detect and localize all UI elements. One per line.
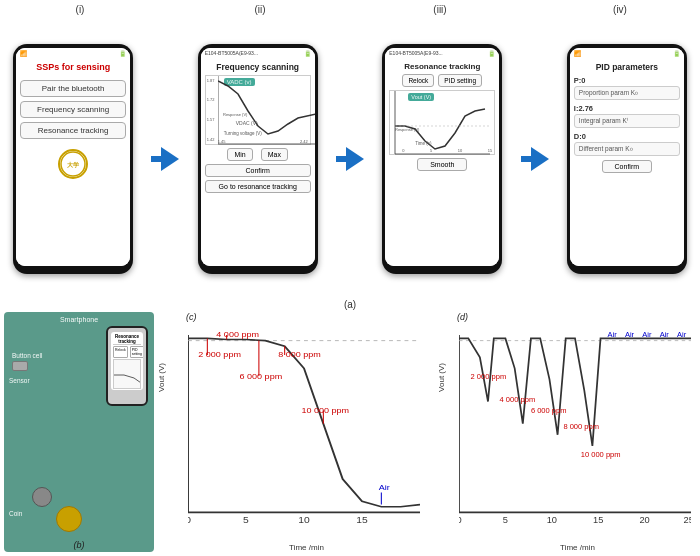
phone-2-xaxis: 1.452.42 xyxy=(218,139,308,144)
label-iv: (iv) xyxy=(560,4,680,15)
phone-1-status: 📶🔋 xyxy=(16,48,130,58)
phone-2-title: Frequency scanning xyxy=(205,62,311,72)
phone-3-content: Resonance tracking Relock PID setting Re… xyxy=(385,58,499,266)
svg-text:2 000 ppm: 2 000 ppm xyxy=(471,372,507,381)
svg-text:8 000 ppm: 8 000 ppm xyxy=(563,422,599,431)
panel-c: (c) Vout (V) 0 -0.01 -0.03 xyxy=(158,312,425,552)
svg-text:10: 10 xyxy=(547,515,557,523)
phone-3-status: E104-BT5005A(E9-93... 🔋 xyxy=(385,48,499,58)
phone-1: 📶🔋 SSPs for sensing Pair the bluetooth F… xyxy=(13,44,133,274)
phone-3-frame: E104-BT5005A(E9-93... 🔋 Resonance tracki… xyxy=(382,44,502,274)
label-i: (i) xyxy=(20,4,140,15)
phone-1-btn2[interactable]: Frequency scanning xyxy=(20,101,126,118)
phone-1-frame: 📶🔋 SSPs for sensing Pair the bluetooth F… xyxy=(13,44,133,274)
svg-text:0: 0 xyxy=(188,515,191,523)
label-iii: (iii) xyxy=(380,4,500,15)
confirm-button-p4[interactable]: Confirm xyxy=(602,160,652,173)
svg-text:2 000 ppm: 2 000 ppm xyxy=(198,349,241,358)
button-cell-area: Button cell xyxy=(12,352,42,371)
coin-icon xyxy=(56,506,82,532)
c-letter: (c) xyxy=(186,312,425,322)
phone-1-screen: 📶🔋 SSPs for sensing Pair the bluetooth F… xyxy=(16,48,130,266)
arrow-2-shaft xyxy=(336,156,346,162)
min-button[interactable]: Min xyxy=(227,148,252,161)
bottom-row: Smartphone Resonance tracking Relock PID… xyxy=(0,312,700,556)
phone-2-frame: E104-BT5005A(E9-93... 🔋 Frequency scanni… xyxy=(198,44,318,274)
svg-text:10: 10 xyxy=(298,515,309,523)
d-input[interactable]: Different param K₀ xyxy=(574,142,680,156)
svg-text:Air: Air xyxy=(660,330,670,339)
svg-text:15: 15 xyxy=(593,515,603,523)
c-ylabel: Vout (V) xyxy=(157,363,166,392)
phone-3-chart: Response (V) 051015 Vou xyxy=(389,90,495,155)
phone-1-content: SSPs for sensing Pair the bluetooth Freq… xyxy=(16,58,130,266)
svg-text:4 000 ppm: 4 000 ppm xyxy=(216,330,259,339)
d-letter: (d) xyxy=(457,312,696,322)
svg-text:Air: Air xyxy=(677,330,687,339)
arrow-3-shaft xyxy=(521,156,531,162)
svg-text:Air: Air xyxy=(642,330,652,339)
max-button[interactable]: Max xyxy=(261,148,288,161)
phone-4-content: PID parameters P:0 Proportion param K₀ I… xyxy=(570,58,684,266)
svg-text:25: 25 xyxy=(684,515,691,523)
svg-text:Response (V): Response (V) xyxy=(223,111,248,116)
phone-2-header: E104-BT5005A(E9-93... xyxy=(205,50,258,56)
svg-text:6 000 ppm: 6 000 ppm xyxy=(531,405,567,414)
svg-text:5: 5 xyxy=(503,515,508,523)
confirm-button-p2[interactable]: Confirm xyxy=(205,164,311,177)
p-input[interactable]: Proportion param K₀ xyxy=(574,86,680,100)
arrow-3-head xyxy=(531,147,549,171)
svg-text:4 000 ppm: 4 000 ppm xyxy=(500,394,536,403)
arrow-2-head xyxy=(346,147,364,171)
sensor-label: Sensor xyxy=(9,377,30,384)
phone-2: E104-BT5005A(E9-93... 🔋 Frequency scanni… xyxy=(198,44,318,274)
turning-voltage-label: Turning voltage (V) xyxy=(224,131,262,136)
university-logo: 大学 xyxy=(58,149,88,179)
i-input[interactable]: Integral param Kᴵ xyxy=(574,114,680,128)
goto-resonance-button[interactable]: Go to resonance tracking xyxy=(205,180,311,193)
svg-text:Air: Air xyxy=(625,330,635,339)
relock-button[interactable]: Relock xyxy=(402,74,434,87)
i-label: I:2.76 xyxy=(574,104,680,113)
arrow-1-shaft xyxy=(151,156,161,162)
phone-2-chart: 1.871.721.571.42 VADC (v) Response (V) xyxy=(205,75,311,145)
b-letter: (b) xyxy=(74,540,85,550)
phone-3-topbtns: Relock PID setting xyxy=(389,74,495,87)
svg-text:10 000 ppm: 10 000 ppm xyxy=(301,405,349,414)
svg-text:10 000 ppm: 10 000 ppm xyxy=(581,450,621,459)
p-label: P:0 xyxy=(574,76,680,85)
phone-4-screen: 📶🔋 PID parameters P:0 Proportion param K… xyxy=(570,48,684,266)
button-cell-label: Button cell xyxy=(12,352,42,359)
svg-text:5: 5 xyxy=(243,515,249,523)
a-label: (a) xyxy=(0,299,700,310)
svg-text:15: 15 xyxy=(356,515,367,523)
main-container: (i) (ii) (iii) (iv) 📶🔋 SSPs for sensing … xyxy=(0,0,700,556)
phones-row: 📶🔋 SSPs for sensing Pair the bluetooth F… xyxy=(0,15,700,299)
button-cell-icon xyxy=(12,361,28,371)
phone-2-status: E104-BT5005A(E9-93... 🔋 xyxy=(201,48,315,58)
phone-2-screen: E104-BT5005A(E9-93... 🔋 Frequency scanni… xyxy=(201,48,315,266)
svg-text:0: 0 xyxy=(459,515,462,523)
arrow-2 xyxy=(336,44,364,274)
c-xlabel: Time /min xyxy=(188,543,425,552)
smartphone-label: Smartphone xyxy=(60,316,98,323)
minmax-row: Min Max xyxy=(205,148,311,161)
svg-text:Air: Air xyxy=(379,482,390,491)
phone-3-xaxis: 051015 xyxy=(402,148,492,153)
pid-setting-button[interactable]: PID setting xyxy=(438,74,482,87)
svg-text:大学: 大学 xyxy=(66,161,79,168)
phone-1-btn1[interactable]: Pair the bluetooth xyxy=(20,80,126,97)
phone-2-content: Frequency scanning 1.871.721.571.42 VADC… xyxy=(201,58,315,266)
phone-3-xaxis-title: Time (s) xyxy=(415,141,431,146)
smartphone-icon: Resonance tracking Relock PID setting Sm… xyxy=(106,326,148,406)
phone-3-chart-svg: Response (V) xyxy=(390,91,490,156)
phone-2-yaxis: 1.871.721.571.42 xyxy=(207,76,215,144)
svg-text:6 000 ppm: 6 000 ppm xyxy=(240,372,283,381)
phone-1-btn3[interactable]: Resonance tracking xyxy=(20,122,126,139)
smooth-button[interactable]: Smooth xyxy=(417,158,467,171)
chart-c-svg: 0 -0.01 -0.03 -0.04 0 5 10 15 4 000 ppm … xyxy=(188,324,420,523)
phone-3-header: E104-BT5005A(E9-93... xyxy=(389,50,442,56)
label-ii: (ii) xyxy=(200,4,320,15)
phone-4: 📶🔋 PID parameters P:0 Proportion param K… xyxy=(567,44,687,274)
svg-text:20: 20 xyxy=(639,515,649,523)
